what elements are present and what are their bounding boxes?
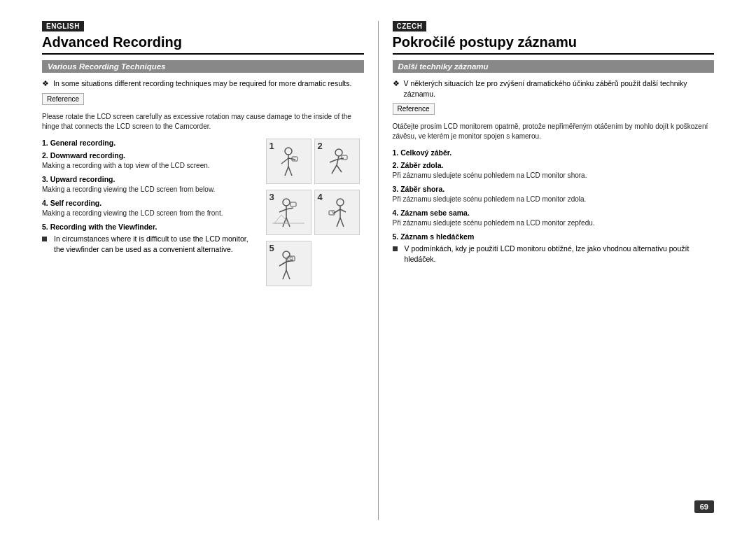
- cz-technique-4-title: 4. Záznam sebe sama.: [393, 209, 715, 217]
- lang-label-english: ENGLISH: [42, 21, 84, 31]
- illus-3-label: 3: [270, 192, 274, 202]
- left-intro-bullet: ❖ In some situations different recording…: [42, 78, 364, 89]
- svg-point-31: [283, 251, 290, 258]
- svg-line-9: [330, 160, 337, 162]
- illus-3-svg: [271, 195, 306, 230]
- left-techniques-grid: 1. General recording. 2. Downward record…: [42, 139, 364, 289]
- svg-line-20: [286, 218, 290, 227]
- left-intro-text: In some situations different recording t…: [53, 78, 351, 89]
- technique-3-desc: Making a recording viewing the LCD scree…: [42, 185, 260, 195]
- svg-line-2: [281, 158, 288, 164]
- svg-line-29: [337, 218, 340, 227]
- cz-technique-2-title: 2. Záběr zdola.: [393, 161, 715, 169]
- lang-label-czech: CZECH: [393, 21, 427, 31]
- svg-line-6: [288, 167, 292, 176]
- cz-technique-1: 1. Celkový záběr.: [393, 148, 715, 157]
- technique-1: 1. General recording.: [42, 139, 260, 147]
- left-column: ENGLISH Advanced Recording Various Recor…: [42, 21, 379, 520]
- technique-5-title: 5. Recording with the Viewfinder.: [42, 223, 260, 231]
- svg-point-7: [335, 149, 342, 156]
- right-subsection-header: Další techniky záznamu: [393, 60, 715, 73]
- page-number-container: 69: [694, 500, 714, 513]
- svg-point-14: [283, 199, 290, 206]
- english-lang-badge: ENGLISH: [42, 21, 364, 34]
- svg-point-0: [285, 148, 292, 155]
- illustration-1: 1: [266, 139, 312, 184]
- svg-line-17: [286, 208, 293, 209]
- technique-2-title: 2. Downward recording.: [42, 151, 260, 160]
- technique-5: 5. Recording with the Viewfinder. In cir…: [42, 223, 260, 254]
- cz-viewfinder-text: V podmínkách, kdy je použití LCD monitor…: [405, 244, 715, 264]
- two-column-layout: ENGLISH Advanced Recording Various Recor…: [42, 21, 714, 520]
- illus-row-1-2: 1: [266, 139, 364, 184]
- svg-point-23: [337, 199, 344, 206]
- cz-technique-3: 3. Záběr shora. Při záznamu sledujete sc…: [393, 185, 715, 204]
- technique-3: 3. Upward recording. Making a recording …: [42, 175, 260, 195]
- cz-technique-2: 2. Záběr zdola. Při záznamu sledujete sc…: [393, 161, 715, 181]
- viewfinder-text: In circumstances where it is difficult t…: [54, 234, 260, 254]
- illustration-3: 3: [266, 190, 312, 235]
- illus-5-label: 5: [270, 243, 274, 253]
- left-illustrations: 1: [266, 139, 364, 289]
- right-intro-bullet: ❖ V některých situacích lze pro zvýšení …: [393, 78, 715, 99]
- technique-1-title: 1. General recording.: [42, 139, 260, 147]
- illus-2-label: 2: [318, 141, 323, 151]
- technique-4: 4. Self recording. Making a recording vi…: [42, 199, 260, 218]
- cz-square-bullet-icon: [393, 244, 401, 254]
- technique-2: 2. Downward recording. Making a recordin…: [42, 151, 260, 171]
- technique-3-title: 3. Upward recording.: [42, 175, 260, 183]
- left-reference-box: Reference: [42, 93, 84, 105]
- left-intro-bullet-symbol: ❖: [42, 78, 49, 89]
- illus-row-3-4: 3: [266, 190, 364, 235]
- right-intro-bullet-symbol: ❖: [393, 78, 400, 89]
- illustration-4: 4: [314, 190, 360, 235]
- svg-line-30: [340, 218, 344, 227]
- cz-technique-5: 5. Záznam s hledáčkem V podmínkách, kdy …: [393, 232, 715, 264]
- technique-2-desc: Making a recording with a top view of th…: [42, 161, 260, 171]
- square-bullet-icon: [42, 234, 50, 244]
- cz-technique-4: 4. Záznam sebe sama. Při záznamu sleduje…: [393, 209, 715, 228]
- cz-technique-2-desc: Při záznamu sledujete scénu pohledem na …: [393, 171, 715, 181]
- svg-line-33: [279, 262, 286, 266]
- right-intro-text: V některých situacích lze pro zvýšení dr…: [404, 78, 715, 99]
- technique-4-desc: Making a recording viewing the LCD scree…: [42, 209, 260, 218]
- right-section-title: Pokročilé postupy záznamu: [393, 34, 715, 55]
- right-column: CZECH Pokročilé postupy záznamu Další te…: [379, 21, 715, 520]
- cz-technique-5-title: 5. Záznam s hledáčkem: [393, 232, 715, 241]
- svg-line-26: [340, 209, 346, 212]
- page: ENGLISH Advanced Recording Various Recor…: [0, 0, 756, 534]
- illus-2-svg: [319, 144, 354, 179]
- viewfinder-bullet: In circumstances where it is difficult t…: [42, 234, 260, 254]
- illus-5-svg: [271, 246, 306, 281]
- cz-technique-4-desc: Při záznamu sledujete scénu pohledem na …: [393, 218, 715, 228]
- svg-line-5: [285, 167, 288, 176]
- svg-point-36: [290, 257, 293, 260]
- svg-line-13: [337, 165, 342, 172]
- cz-technique-3-title: 3. Záběr shora.: [393, 185, 715, 193]
- svg-line-28: [332, 211, 333, 213]
- czech-lang-badge: CZECH: [393, 21, 715, 34]
- technique-4-title: 4. Self recording.: [42, 199, 260, 207]
- page-number: 69: [694, 500, 714, 513]
- left-section-title: Advanced Recording: [42, 34, 364, 55]
- illustration-2: 2: [314, 139, 360, 184]
- cz-technique-3-desc: Při záznamu sledujete scénu pohledem na …: [393, 195, 715, 204]
- right-techniques-list: 1. Celkový záběr. 2. Záběr zdola. Při zá…: [393, 148, 715, 264]
- illus-4-svg: [319, 195, 354, 230]
- illus-1-svg: [271, 144, 306, 179]
- svg-line-16: [279, 209, 286, 212]
- right-reference-text: Otáčejte prosím LCD monitorem opatrně, p…: [393, 122, 715, 141]
- cz-viewfinder-bullet: V podmínkách, kdy je použití LCD monitor…: [393, 244, 715, 264]
- cz-technique-1-title: 1. Celkový záběr.: [393, 148, 715, 157]
- illus-4-label: 4: [318, 192, 323, 202]
- left-techniques-list: 1. General recording. 2. Downward record…: [42, 139, 266, 289]
- illus-1-label: 1: [270, 141, 274, 151]
- left-subsection-header: Various Recording Techniques: [42, 60, 364, 73]
- svg-line-12: [332, 165, 337, 174]
- svg-rect-18: [290, 202, 296, 206]
- svg-line-38: [286, 270, 290, 279]
- svg-line-37: [283, 270, 286, 279]
- svg-line-8: [337, 156, 339, 165]
- illustration-5: 5: [266, 241, 312, 286]
- left-reference-text: Please rotate the LCD screen carefully a…: [42, 112, 364, 132]
